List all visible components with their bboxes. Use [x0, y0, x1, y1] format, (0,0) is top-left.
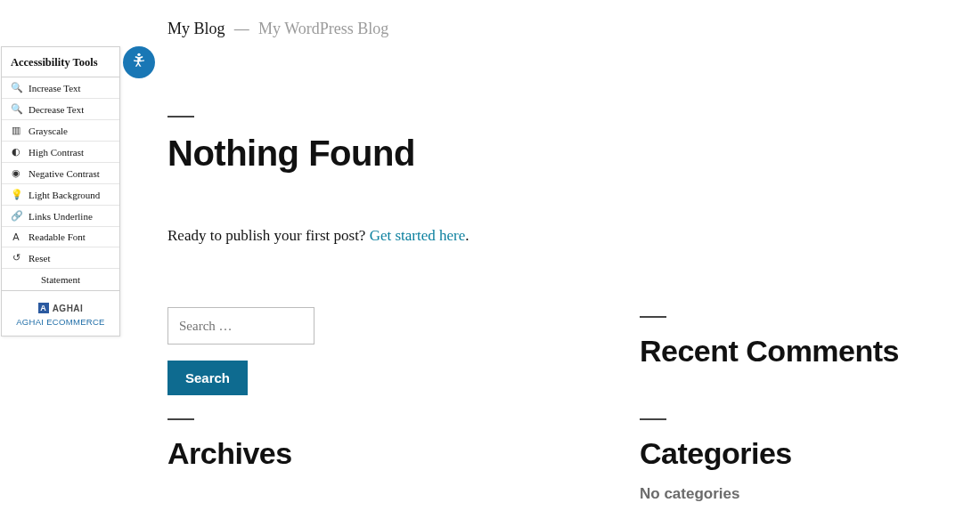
intro-text: Ready to publish your first post? Get st…: [167, 227, 943, 245]
brand-logo-icon: A: [38, 303, 49, 313]
separator-line: [167, 116, 194, 118]
acc-item-label: Links Underline: [29, 211, 93, 222]
acc-item-links-underline[interactable]: 🔗 Links Underline: [2, 206, 119, 227]
acc-item-increase-text[interactable]: 🔍 Increase Text: [2, 77, 119, 99]
font-icon: A: [11, 231, 21, 242]
eye-icon: ◉: [11, 167, 21, 179]
lightbulb-icon: 💡: [11, 189, 21, 200]
page-title: Nothing Found: [167, 134, 943, 174]
acc-brand-link[interactable]: AGHAI ECOMMERCE: [2, 317, 119, 327]
site-header: My Blog — My WordPress Blog: [167, 20, 388, 38]
acc-item-label: Increase Text: [29, 83, 81, 93]
acc-brand: A AGHAI AGHAI ECOMMERCE: [2, 291, 119, 336]
acc-item-label: Readable Font: [29, 231, 86, 242]
acc-item-label: Reset: [29, 253, 50, 264]
svg-point-0: [137, 53, 140, 56]
acc-item-label: Light Background: [29, 190, 100, 200]
acc-item-label: Grayscale: [29, 126, 68, 136]
contrast-icon: ◐: [11, 146, 21, 158]
link-icon: 🔗: [11, 210, 21, 222]
widgets-row: Archives Categories No categories: [167, 418, 943, 503]
zoom-in-icon: 🔍: [11, 82, 21, 93]
acc-item-light-background[interactable]: 💡 Light Background: [2, 184, 119, 206]
categories-title: Categories: [640, 436, 943, 471]
acc-item-negative-contrast[interactable]: ◉ Negative Contrast: [2, 163, 119, 184]
separator-line: [167, 418, 194, 420]
separator-line: [640, 418, 666, 420]
archives-title: Archives: [167, 436, 640, 471]
site-title[interactable]: My Blog: [167, 20, 225, 37]
accessibility-panel: Accessibility Tools 🔍 Increase Text 🔍 De…: [1, 46, 120, 336]
recent-comments-title: Recent Comments: [640, 334, 943, 369]
accessibility-toggle-button[interactable]: [123, 46, 155, 78]
site-separator: —: [229, 20, 255, 37]
intro-prefix: Ready to publish your first post?: [167, 227, 370, 244]
widget-recent-comments: Recent Comments: [640, 316, 943, 369]
intro-suffix: .: [465, 227, 469, 244]
acc-item-high-contrast[interactable]: ◐ High Contrast: [2, 142, 119, 163]
search-input[interactable]: [167, 307, 314, 345]
acc-statement-link[interactable]: Statement: [2, 269, 119, 291]
accessibility-panel-title: Accessibility Tools: [2, 47, 119, 77]
get-started-link[interactable]: Get started here: [370, 227, 466, 244]
widget-categories: Categories No categories: [640, 418, 943, 503]
search-button[interactable]: Search: [167, 361, 248, 395]
acc-item-label: Negative Contrast: [29, 168, 100, 179]
acc-item-label: Decrease Text: [29, 104, 84, 115]
separator-line: [640, 316, 666, 318]
reset-icon: ↺: [11, 252, 21, 264]
zoom-out-icon: 🔍: [11, 103, 21, 115]
acc-item-reset[interactable]: ↺ Reset: [2, 247, 119, 269]
acc-brand-logo: A AGHAI: [38, 303, 84, 313]
widget-archives: Archives: [167, 418, 640, 503]
acc-item-grayscale[interactable]: ▥ Grayscale: [2, 120, 119, 142]
acc-item-readable-font[interactable]: A Readable Font: [2, 227, 119, 247]
brand-name: AGHAI: [53, 304, 84, 313]
accessibility-icon: [130, 52, 148, 73]
acc-item-label: High Contrast: [29, 147, 84, 158]
site-tagline: My WordPress Blog: [258, 20, 388, 37]
acc-item-decrease-text[interactable]: 🔍 Decrease Text: [2, 99, 119, 120]
no-categories-text: No categories: [640, 485, 943, 503]
grayscale-icon: ▥: [11, 125, 21, 136]
